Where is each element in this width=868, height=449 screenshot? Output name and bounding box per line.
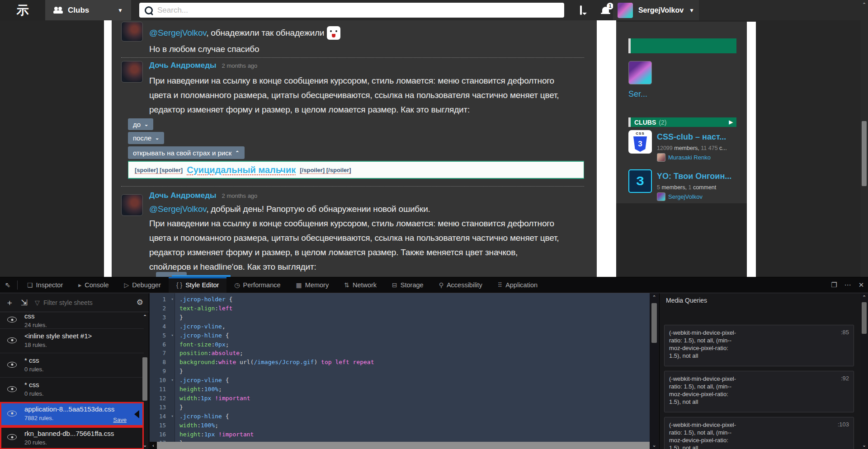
spoiler-open-tags: [spoiler] [spoiler] [135, 167, 183, 173]
devtools-right-scrollbar[interactable]: ⌃ ⌄ [860, 293, 868, 449]
dock-button[interactable]: ❐ [827, 277, 841, 293]
stylesheet-row[interactable]: <inline style sheet #1>18 rules. [0, 329, 144, 353]
devtools-right-scrollbar-thumb[interactable] [862, 302, 867, 334]
scroll-up-icon[interactable]: ⌃ [141, 314, 149, 320]
tab-inspector[interactable]: ❏Inspector [19, 277, 71, 293]
filter-stylesheets-input[interactable]: ▽ Filter style sheets [35, 299, 129, 306]
tab-debugger[interactable]: ▷Debugger [116, 277, 168, 293]
stylesheet-row[interactable]: * css0 rules. [0, 353, 144, 378]
page-gap-left [104, 20, 112, 277]
search-input[interactable]: Search... [139, 3, 564, 18]
import-sheet-button[interactable]: ⇲ [21, 298, 28, 308]
tab-storage[interactable]: ⊟Storage [384, 277, 431, 293]
media-query-line-link[interactable]: :92 [841, 375, 849, 382]
code-token: height [179, 431, 201, 438]
media-query-condition[interactable]: (-webkit-min-device-pixel-ratio: 1.5), n… [669, 329, 741, 360]
spoiler-after-button[interactable]: после⌄ [128, 132, 164, 144]
stylesheet-row[interactable]: rkn_banned-db...75661ffa.css20 rules. [0, 426, 144, 449]
user-mention-link[interactable]: @SergejVolkov [149, 204, 206, 214]
code-token: font-size [179, 341, 211, 348]
page-scrollbar-thumb[interactable] [862, 121, 867, 186]
notification-badge: 1 [607, 3, 613, 9]
club-comments-count: 11 475 [701, 145, 717, 151]
club-member-link[interactable]: SergejVolkov [657, 192, 703, 201]
tab-style-editor[interactable]: { }Style Editor [169, 277, 226, 293]
visibility-eye-icon[interactable] [7, 434, 17, 440]
page-scrollbar[interactable]: ⌃ [860, 0, 868, 277]
options-button[interactable]: ⚙ [137, 298, 143, 307]
messages-button[interactable] [580, 6, 582, 14]
sheet-list-scrollbar[interactable]: ⌃ ⌄ [141, 312, 149, 449]
scroll-up-icon[interactable]: ⌃ [650, 295, 659, 300]
scroll-down-icon[interactable]: ⌄ [860, 442, 868, 448]
stylesheet-row[interactable]: css24 rules. [0, 312, 144, 329]
tab-memory[interactable]: ▦Memory [288, 277, 337, 293]
new-sheet-button[interactable]: ＋ [5, 297, 14, 308]
comment-author-link[interactable]: Дочь Андромеды [149, 191, 217, 200]
nav-clubs-menu[interactable]: Clubs ▼ [45, 0, 131, 20]
scroll-left-icon[interactable]: ‹ [150, 442, 157, 449]
visibility-eye-icon[interactable] [7, 411, 17, 416]
tab-application[interactable]: ⠿Application [490, 277, 545, 293]
plus-icon: ＋ [5, 298, 14, 307]
fold-arrow-icon[interactable]: ▾ [171, 333, 174, 337]
user-mention-link[interactable]: @SergejVolkov [149, 28, 206, 37]
scroll-down-icon[interactable]: ⌄ [650, 442, 659, 448]
spoiler-title-link[interactable]: Суицидальный мальчик [187, 165, 296, 175]
fold-arrow-icon[interactable]: ▾ [171, 297, 174, 301]
fold-arrow-icon[interactable]: ▾ [171, 414, 174, 418]
comment-avatar[interactable] [121, 61, 143, 83]
tab-network[interactable]: ⇅Network [336, 277, 384, 293]
sidebar-user-avatar[interactable] [628, 61, 652, 84]
scroll-up-icon[interactable]: ⌃ [860, 295, 868, 300]
stylesheet-rules-count: 20 rules. [24, 439, 139, 446]
comment-line: цвета и поломанного размера, цитаты обес… [149, 233, 559, 243]
scroll-up-icon[interactable]: ⌃ [860, 2, 868, 8]
tab-console[interactable]: ▸Console [71, 277, 116, 293]
tab-performance[interactable]: ◷Performance [226, 277, 288, 293]
css-source-editor[interactable]: 1▾2345▾678910▾11121314▾15161718 .jcrop-h… [150, 293, 650, 449]
sidebar-clubs-header[interactable]: CLUBS (2) ▶ [628, 117, 736, 127]
media-query-condition[interactable]: (-webkit-min-device-pixel-ratio: 1.5), n… [669, 375, 741, 406]
stylesheet-row[interactable]: * css0 rules. [0, 378, 144, 402]
save-link[interactable]: Save [113, 416, 127, 423]
comment-author-link[interactable]: Дочь Андромеды [149, 61, 217, 70]
user-menu[interactable]: SergejVolkov ▼ [613, 0, 699, 20]
comments-panel: @SergejVolkov, обнадежили так обнадежили… [112, 20, 597, 277]
tab-accessibility[interactable]: ⚲Accessibility [431, 277, 490, 293]
stylesheet-row[interactable]: application-8...5aa5153da.css7882 rules.… [0, 402, 144, 426]
pick-element-button[interactable]: ⇖ [0, 277, 15, 293]
spoiler-risk-button[interactable]: открывать на свой страх и риск⌃ [128, 146, 245, 159]
media-query-line-link[interactable]: :103 [838, 421, 849, 428]
club-meta: 12099 members, 11 475 c... [657, 145, 727, 151]
visibility-eye-icon[interactable] [7, 337, 17, 343]
editor-vertical-scrollbar[interactable]: ⌃ ⌄ [650, 293, 659, 449]
club-title-link[interactable]: YO: Твои Онгоин... [657, 172, 731, 181]
visibility-eye-icon[interactable] [7, 386, 17, 392]
comment-avatar[interactable] [121, 194, 143, 216]
code-token: position [179, 350, 208, 356]
editor-vscrollbar-thumb[interactable] [651, 303, 657, 343]
sidebar-user-link[interactable]: Ser... [628, 89, 647, 99]
visibility-eye-icon[interactable] [7, 362, 17, 368]
css3-club-logo-icon[interactable]: CSS3 [628, 130, 652, 154]
code-token: : [201, 386, 204, 393]
editor-hscrollbar-thumb[interactable] [157, 442, 650, 449]
site-logo[interactable]: 示 [0, 0, 45, 20]
comment-avatar[interactable] [121, 22, 143, 42]
club-member-link[interactable]: Murasaki Renko [657, 153, 711, 162]
notifications-button[interactable]: 1 [602, 7, 609, 13]
devtools-close-button[interactable]: ✕ [854, 277, 868, 293]
sheet-list-scrollbar-thumb[interactable] [142, 357, 147, 401]
spoiler-before-button[interactable]: до⌄ [128, 118, 153, 130]
fold-arrow-icon[interactable]: ▾ [171, 378, 174, 382]
media-query-line-link[interactable]: :85 [841, 329, 849, 336]
visibility-eye-icon[interactable] [7, 317, 17, 323]
yo-club-logo-icon[interactable]: З [628, 169, 652, 193]
scroll-down-icon[interactable]: ⌄ [141, 442, 149, 448]
devtools-menu-button[interactable]: ⋯ [841, 277, 854, 293]
media-query-condition[interactable]: (-webkit-min-device-pixel-ratio: 1.5), n… [669, 421, 741, 449]
club-title-link[interactable]: CSS-club – наст... [657, 132, 726, 142]
media-query-item: (-webkit-min-device-pixel-ratio: 1.5), n… [664, 325, 854, 366]
editor-horizontal-scrollbar[interactable]: ‹ [150, 442, 650, 449]
